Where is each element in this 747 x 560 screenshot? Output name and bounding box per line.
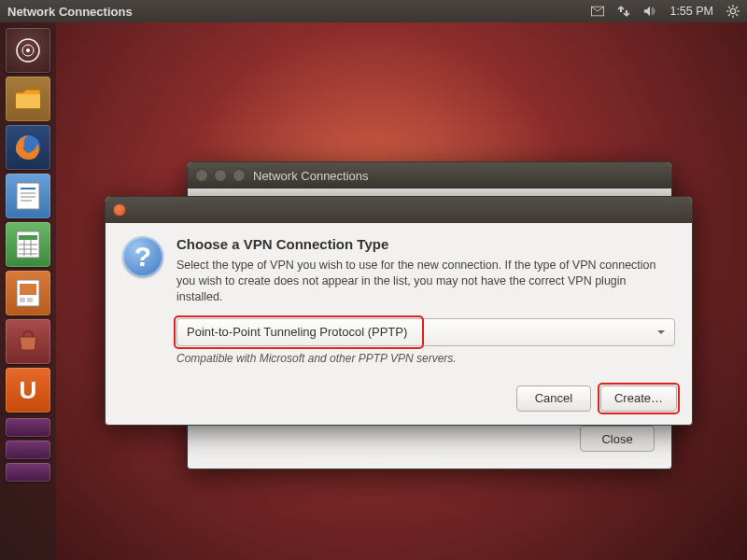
svg-rect-13 <box>16 94 40 108</box>
clock[interactable]: 1:55 PM <box>669 5 713 18</box>
svg-line-9 <box>736 7 738 8</box>
create-button[interactable]: Create… <box>600 385 677 412</box>
indicator-area: 1:55 PM <box>591 5 740 18</box>
window-title: Network Connections <box>253 169 369 183</box>
close-icon[interactable] <box>195 169 208 182</box>
cancel-button[interactable]: Cancel <box>516 385 591 412</box>
launcher-workspace-stack[interactable] <box>6 463 50 482</box>
launcher-files[interactable] <box>6 77 50 121</box>
svg-point-1 <box>730 8 735 13</box>
window-buttons <box>113 203 126 217</box>
maximize-icon[interactable] <box>233 169 246 182</box>
volume-icon[interactable] <box>643 5 656 18</box>
svg-line-7 <box>736 14 738 16</box>
window-buttons <box>195 169 246 182</box>
vpn-type-dialog: ? Choose a VPN Connection Type Select th… <box>105 196 693 426</box>
launcher-writer[interactable] <box>6 174 50 218</box>
top-panel: Network Connections 1:55 PM <box>0 0 747 22</box>
window-titlebar[interactable]: Network Connections <box>188 162 671 189</box>
close-button[interactable]: Close <box>580 426 655 452</box>
vpn-type-combo[interactable]: Point-to-Point Tunneling Protocol (PPTP) <box>176 318 675 346</box>
svg-rect-28 <box>20 284 36 295</box>
vpn-compat-note: Compatible with Microsoft and other PPTP… <box>176 352 675 365</box>
svg-rect-29 <box>20 298 25 302</box>
vpn-type-selected: Point-to-Point Tunneling Protocol (PPTP) <box>187 325 407 339</box>
launcher-dash[interactable] <box>6 28 50 73</box>
active-window-title: Network Connections <box>7 5 591 19</box>
launcher-ubuntu-one[interactable]: U <box>6 368 50 413</box>
dialog-titlebar[interactable] <box>106 197 692 223</box>
launcher-firefox[interactable] <box>6 125 50 170</box>
mail-icon[interactable] <box>591 5 604 18</box>
svg-rect-15 <box>17 183 39 209</box>
dialog-heading: Choose a VPN Connection Type <box>176 236 675 252</box>
close-icon[interactable] <box>113 203 126 217</box>
launcher-software-center[interactable] <box>6 319 50 364</box>
dialog-description: Select the type of VPN you wish to use f… <box>176 258 675 305</box>
launcher-workspace-stack[interactable] <box>6 418 50 437</box>
question-icon: ? <box>122 236 163 277</box>
svg-rect-21 <box>19 235 37 240</box>
launcher: U <box>0 22 56 560</box>
launcher-calc[interactable] <box>6 222 50 267</box>
launcher-workspace-stack[interactable] <box>6 441 50 459</box>
svg-point-12 <box>26 49 30 52</box>
svg-rect-30 <box>27 298 33 302</box>
launcher-impress[interactable] <box>6 271 50 315</box>
minimize-icon[interactable] <box>214 169 227 182</box>
svg-line-8 <box>728 14 730 16</box>
gear-icon[interactable] <box>726 5 740 18</box>
network-icon[interactable] <box>617 5 630 18</box>
svg-line-6 <box>728 7 730 8</box>
